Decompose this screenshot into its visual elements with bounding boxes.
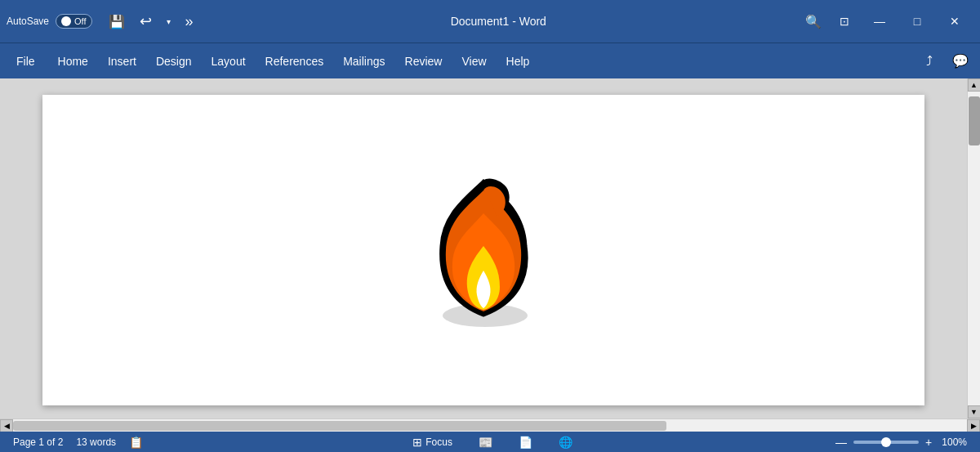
maximize-button[interactable]: □ bbox=[898, 8, 936, 34]
toggle-text: Off bbox=[74, 16, 86, 26]
menu-item-home[interactable]: Home bbox=[48, 50, 98, 73]
focus-icon: ⊞ bbox=[412, 436, 422, 449]
document-page bbox=[42, 95, 924, 405]
scroll-up-button[interactable]: ▲ bbox=[968, 78, 981, 92]
document-area: ▲ ▼ bbox=[0, 78, 980, 418]
print-layout-button[interactable]: 📄 bbox=[512, 436, 539, 449]
undo-dropdown-button[interactable]: ▾ bbox=[162, 14, 176, 29]
proofing-button[interactable]: 📋 bbox=[122, 432, 149, 452]
zoom-plus-button[interactable]: + bbox=[925, 436, 932, 449]
scroll-left-button[interactable]: ◀ bbox=[0, 419, 13, 432]
window-controls: — □ ✕ bbox=[861, 8, 973, 34]
scroll-track-horizontal[interactable] bbox=[13, 419, 967, 432]
share-icon: ⤴ bbox=[926, 54, 933, 69]
menu-right-icons: ⤴ 💬 bbox=[918, 50, 977, 72]
comment-icon: 💬 bbox=[952, 53, 969, 69]
scroll-track-vertical[interactable] bbox=[968, 92, 980, 405]
search-button[interactable]: 🔍 bbox=[799, 11, 828, 33]
zoom-minus-button[interactable]: — bbox=[835, 436, 847, 449]
dropdown-arrow-icon: ▾ bbox=[167, 17, 171, 26]
flame-svg bbox=[418, 172, 549, 328]
focus-button[interactable]: ⊞ Focus bbox=[406, 436, 459, 449]
menu-bar: File Home Insert Design Layout Reference… bbox=[0, 43, 980, 78]
autosave-label: AutoSave bbox=[7, 16, 49, 27]
undo-button[interactable]: ↩ bbox=[135, 9, 157, 34]
web-layout-icon: 🌐 bbox=[559, 436, 572, 449]
menu-item-references[interactable]: References bbox=[256, 50, 334, 73]
menu-item-insert[interactable]: Insert bbox=[98, 50, 146, 73]
word-count[interactable]: 13 words bbox=[69, 432, 122, 452]
menu-item-mailings[interactable]: Mailings bbox=[333, 50, 394, 73]
menu-item-file[interactable]: File bbox=[3, 50, 48, 73]
document-title: Document1 - Word bbox=[203, 15, 794, 28]
zoom-plus-icon: + bbox=[925, 436, 932, 449]
zoom-level[interactable]: 100% bbox=[935, 436, 973, 448]
restore-icon: ⊡ bbox=[840, 15, 849, 28]
close-icon: ✕ bbox=[950, 15, 960, 28]
focus-label: Focus bbox=[425, 436, 452, 448]
vertical-scrollbar[interactable]: ▲ ▼ bbox=[967, 78, 980, 418]
scroll-thumb-vertical[interactable] bbox=[969, 96, 980, 145]
toggle-circle bbox=[61, 16, 71, 26]
document-scroll[interactable] bbox=[0, 78, 967, 418]
scroll-thumb-horizontal[interactable] bbox=[13, 421, 666, 431]
scroll-right-button[interactable]: ▶ bbox=[967, 419, 980, 432]
read-mode-icon: 📰 bbox=[479, 436, 492, 449]
web-layout-button[interactable]: 🌐 bbox=[552, 436, 579, 449]
page-info[interactable]: Page 1 of 2 bbox=[7, 432, 69, 452]
scroll-down-button[interactable]: ▼ bbox=[968, 405, 981, 418]
save-button[interactable]: 💾 bbox=[104, 11, 130, 33]
menu-item-view[interactable]: View bbox=[452, 50, 496, 73]
status-center: ⊞ Focus 📰 📄 🌐 bbox=[149, 436, 835, 449]
status-bar: Page 1 of 2 13 words 📋 ⊞ Focus 📰 📄 🌐 — +… bbox=[0, 432, 980, 452]
maximize-icon: □ bbox=[914, 15, 920, 28]
menu-item-layout[interactable]: Layout bbox=[202, 50, 256, 73]
undo-icon: ↩ bbox=[140, 12, 152, 30]
redo-icon: » bbox=[185, 13, 194, 30]
menu-item-help[interactable]: Help bbox=[497, 50, 540, 73]
zoom-minus-icon: — bbox=[835, 436, 847, 449]
close-button[interactable]: ✕ bbox=[936, 8, 973, 34]
status-right: — + 100% bbox=[835, 436, 973, 449]
search-icon: 🔍 bbox=[805, 15, 822, 29]
minimize-button[interactable]: — bbox=[861, 8, 898, 34]
save-icon: 💾 bbox=[109, 14, 125, 29]
zoom-slider[interactable] bbox=[853, 441, 919, 444]
restore-button[interactable]: ⊡ bbox=[833, 11, 856, 31]
autosave-toggle[interactable]: Off bbox=[56, 14, 91, 29]
horizontal-scrollbar-area: ◀ ▶ bbox=[0, 418, 980, 432]
share-button[interactable]: ⤴ bbox=[918, 50, 941, 72]
read-mode-button[interactable]: 📰 bbox=[472, 436, 499, 449]
proofing-icon: 📋 bbox=[129, 436, 143, 449]
menu-item-design[interactable]: Design bbox=[146, 50, 202, 73]
redo-button[interactable]: » bbox=[180, 10, 198, 34]
menu-item-review[interactable]: Review bbox=[395, 50, 452, 73]
title-bar: AutoSave Off 💾 ↩ ▾ » Document1 - Word 🔍 … bbox=[0, 0, 980, 43]
zoom-thumb[interactable] bbox=[881, 437, 891, 447]
flame-image bbox=[418, 172, 549, 328]
print-layout-icon: 📄 bbox=[519, 436, 532, 449]
comment-button[interactable]: 💬 bbox=[944, 50, 977, 72]
minimize-icon: — bbox=[874, 15, 885, 28]
